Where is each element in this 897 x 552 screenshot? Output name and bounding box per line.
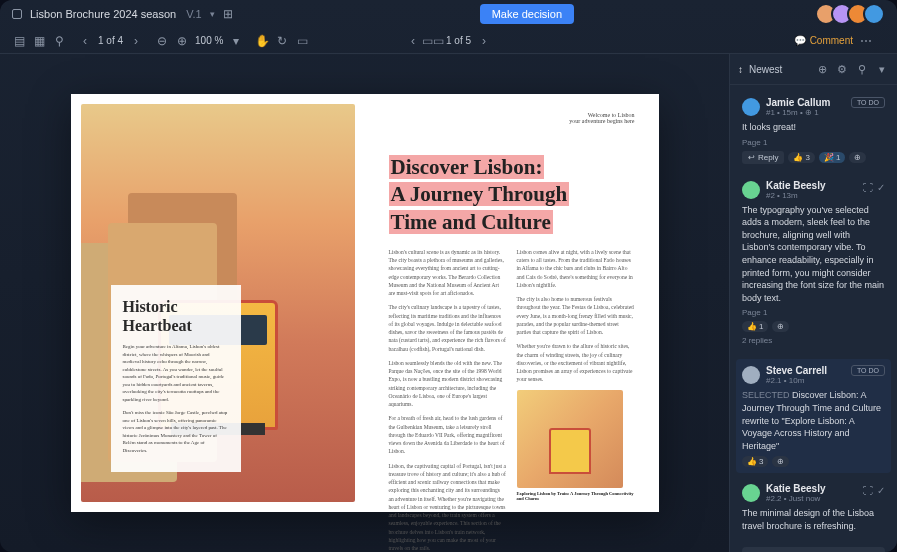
body-text: Lisbon's cultural scene is as dynamic as… xyxy=(389,248,507,298)
rotate-icon[interactable]: ↻ xyxy=(275,34,289,48)
secondary-illustration xyxy=(517,390,623,488)
body-text: Lisbon comes alive at night, with a live… xyxy=(517,248,635,289)
reply-input[interactable]: ↩ Reply... xyxy=(742,547,885,553)
topbar: Lisbon Brochure 2024 season V.1 ▾ ⊞ Make… xyxy=(0,0,897,28)
add-reaction-button[interactable]: ⊕ xyxy=(849,152,866,163)
link-icon[interactable]: ⛶ xyxy=(863,182,873,193)
comments-sidebar: ↕ Newest ⊕ ⚙ ⚲ ▾ Jamie Callum #1 • 15m •… xyxy=(729,54,897,552)
reaction[interactable]: 👍 3 xyxy=(788,152,814,163)
prev-page-icon[interactable]: ‹ xyxy=(78,34,92,48)
check-icon[interactable]: ✓ xyxy=(877,182,885,193)
reaction[interactable]: 👍 3 xyxy=(742,456,768,467)
left-text-card: Historic Heartbeat Begin your adventure … xyxy=(111,285,241,472)
spread-indicator: 1 of 5 xyxy=(446,35,471,46)
hand-tool-icon[interactable]: ✋ xyxy=(255,34,269,48)
sidebar-toggle-icon[interactable]: ▤ xyxy=(12,34,26,48)
body-text: The city's culinary landscape is a tapes… xyxy=(389,303,507,353)
chevron-down-icon[interactable]: ▾ xyxy=(229,34,243,48)
add-reaction-button[interactable]: ⊕ xyxy=(772,456,789,467)
zoom-in-icon[interactable]: ⊕ xyxy=(175,34,189,48)
next-spread-icon[interactable]: › xyxy=(477,34,491,48)
page-ref[interactable]: Page 1 xyxy=(742,138,885,147)
page-spread: Historic Heartbeat Begin your adventure … xyxy=(71,94,659,512)
page-left: Historic Heartbeat Begin your adventure … xyxy=(71,94,365,512)
page-right: Welcome to Lisbon your adventure begins … xyxy=(365,94,659,512)
body-text: Lisbon, the captivating capital of Portu… xyxy=(389,462,507,552)
search-icon[interactable]: ⚲ xyxy=(855,62,869,76)
add-comment-icon[interactable]: ⊕ xyxy=(815,62,829,76)
body-text: Whether you're drawn to the allure of hi… xyxy=(517,342,635,383)
comment-author: Steve Carrell xyxy=(766,365,827,376)
avatar xyxy=(742,366,760,384)
comment-icon: 💬 xyxy=(794,35,806,46)
left-heading: Historic Heartbeat xyxy=(123,297,229,335)
settings-icon[interactable]: ⚙ xyxy=(835,62,849,76)
comment-meta: #2 • 13m xyxy=(766,191,825,200)
app-icon xyxy=(12,9,22,19)
zoom-out-icon[interactable]: ⊖ xyxy=(155,34,169,48)
search-icon[interactable]: ⚲ xyxy=(52,34,66,48)
add-reaction-button[interactable]: ⊕ xyxy=(772,321,789,332)
page-ref[interactable]: Page 1 xyxy=(742,308,885,317)
cover-illustration: Historic Heartbeat Begin your adventure … xyxy=(81,104,355,502)
comment-author: Katie Beesly xyxy=(766,180,825,191)
more-icon[interactable]: ⋯ xyxy=(859,34,873,48)
replies-count[interactable]: 2 replies xyxy=(742,336,885,345)
book-icon[interactable]: ⊞ xyxy=(223,7,233,21)
comment[interactable]: Jamie Callum #1 • 15m • ⊕ 1 TO DO It loo… xyxy=(736,91,891,170)
avatar[interactable] xyxy=(863,3,885,25)
sort-label[interactable]: Newest xyxy=(749,64,809,75)
reaction[interactable]: 👍 1 xyxy=(742,321,768,332)
status-badge[interactable]: TO DO xyxy=(851,97,885,108)
comment[interactable]: Katie Beesly #2 • 13m ⛶✓ The typography … xyxy=(736,174,891,356)
next-page-icon[interactable]: › xyxy=(129,34,143,48)
body-text: The city is also home to numerous festiv… xyxy=(517,295,635,336)
comment-body: The typography you've selected adds a mo… xyxy=(742,204,885,305)
comment-body: It looks great! xyxy=(742,121,885,134)
chevron-down-icon[interactable]: ▾ xyxy=(210,9,215,19)
version-label[interactable]: V.1 xyxy=(186,8,202,20)
comments-list: Jamie Callum #1 • 15m • ⊕ 1 TO DO It loo… xyxy=(730,85,897,552)
comment-meta: #1 • 15m • ⊕ 1 xyxy=(766,108,830,117)
body-text: Begin your adventure in Alfama, Lisbon's… xyxy=(123,343,229,403)
comment-body: SELECTED Discover Lisbon: A Journey Thro… xyxy=(742,389,885,452)
grid-icon[interactable]: ▦ xyxy=(32,34,46,48)
body-text: Lisbon seamlessly blends the old with th… xyxy=(389,359,507,409)
body-text: For a breath of fresh air, head to the l… xyxy=(389,414,507,455)
page-indicator: 1 of 4 xyxy=(98,35,123,46)
sort-icon[interactable]: ↕ xyxy=(738,64,743,75)
document-title: Lisbon Brochure 2024 season xyxy=(30,8,176,20)
avatar xyxy=(742,484,760,502)
check-icon[interactable]: ✓ xyxy=(877,485,885,496)
comment-body: The minimal design of the Lisboa travel … xyxy=(742,507,885,532)
comment-author: Jamie Callum xyxy=(766,97,830,108)
comment[interactable]: Katie Beesly #2.2 • Just now ⛶✓ The mini… xyxy=(736,477,891,542)
comment-meta: #2.1 • 10m xyxy=(766,376,827,385)
welcome-block: Welcome to Lisbon your adventure begins … xyxy=(569,112,634,124)
toolbar: ▤ ▦ ⚲ ‹ 1 of 4 › ⊖ ⊕ 100 % ▾ ✋ ↻ ▭ ‹ ▭▭ … xyxy=(0,28,897,54)
avatar xyxy=(742,98,760,116)
canvas[interactable]: Historic Heartbeat Begin your adventure … xyxy=(0,54,729,552)
comment-author: Katie Beesly xyxy=(766,483,825,494)
zoom-level: 100 % xyxy=(195,35,223,46)
comment-meta: #2.2 • Just now xyxy=(766,494,825,503)
filter-icon[interactable]: ▾ xyxy=(875,62,889,76)
presence-avatars[interactable] xyxy=(821,3,885,25)
prev-spread-icon[interactable]: ‹ xyxy=(406,34,420,48)
image-caption: Exploring Lisbon by Train: A Journey Thr… xyxy=(517,491,635,502)
comment-button[interactable]: 💬Comment xyxy=(794,35,853,46)
reply-button[interactable]: ↩ Reply xyxy=(742,151,784,164)
body-text: Don't miss the iconic São Jorge Castle, … xyxy=(123,409,229,454)
comment[interactable]: Steve Carrell #2.1 • 10m TO DO SELECTED … xyxy=(736,359,891,473)
link-icon[interactable]: ⛶ xyxy=(863,485,873,496)
brochure-title: Discover Lisbon: A Journey Through Time … xyxy=(389,154,635,236)
spread-icon: ▭▭ xyxy=(426,34,440,48)
reaction[interactable]: 🎉 1 xyxy=(819,152,845,163)
fit-icon[interactable]: ▭ xyxy=(295,34,309,48)
status-badge[interactable]: TO DO xyxy=(851,365,885,376)
avatar xyxy=(742,181,760,199)
make-decision-button[interactable]: Make decision xyxy=(480,4,574,24)
